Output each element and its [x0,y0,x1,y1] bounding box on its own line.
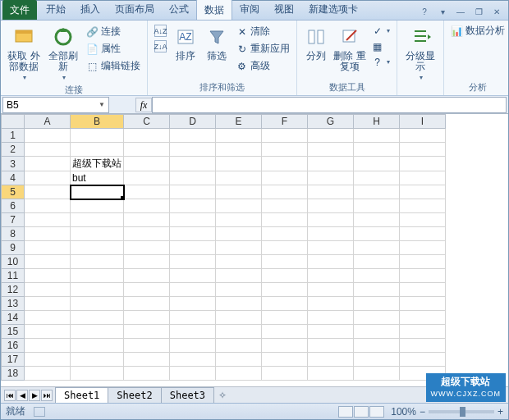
cell[interactable] [25,367,71,381]
row-header[interactable]: 14 [2,311,25,325]
cell[interactable] [124,353,170,367]
cell[interactable] [354,129,400,143]
cell[interactable] [170,269,216,283]
row-header[interactable]: 10 [2,255,25,269]
macro-record-icon[interactable] [34,407,45,417]
cell[interactable] [308,255,354,269]
row-header[interactable]: 7 [2,213,25,227]
col-header[interactable]: F [262,115,308,129]
cell[interactable] [71,213,124,227]
cell[interactable] [262,339,308,353]
row-header[interactable]: 9 [2,241,25,255]
cell[interactable] [262,199,308,213]
row-header[interactable]: 4 [2,171,25,185]
sort-asc-button[interactable]: A↓Z [153,24,168,38]
grid[interactable]: ABCDEFGHI123超级下载站4but5678910111213141516… [1,114,446,381]
col-header[interactable]: H [354,115,400,129]
col-header[interactable]: I [400,115,446,129]
cell[interactable] [400,353,446,367]
cell[interactable] [71,325,124,339]
restore-icon[interactable]: ❐ [472,7,485,18]
cell[interactable] [262,269,308,283]
edit-links-button[interactable]: ⬚编辑链接 [85,58,142,74]
cell[interactable] [170,367,216,381]
first-sheet-icon[interactable]: ⏮ [4,390,16,401]
cell[interactable] [25,227,71,241]
new-sheet-button[interactable]: ✧ [214,390,231,401]
cell[interactable] [354,171,400,185]
row-header[interactable]: 1 [2,129,25,143]
tab-新建选项卡[interactable]: 新建选项卡 [301,0,365,20]
cell[interactable] [124,143,170,157]
cell[interactable] [262,171,308,185]
row-header[interactable]: 15 [2,325,25,339]
chevron-down-icon[interactable]: ▼ [99,101,105,108]
cell[interactable] [308,297,354,311]
cell[interactable] [354,143,400,157]
cell[interactable] [71,143,124,157]
cell[interactable] [71,241,124,255]
cell[interactable] [71,199,124,213]
cell[interactable] [354,283,400,297]
cell[interactable] [354,297,400,311]
cell[interactable] [170,199,216,213]
cell[interactable] [124,213,170,227]
cell[interactable]: 超级下载站 [71,157,124,171]
cell[interactable] [308,199,354,213]
cell[interactable] [170,213,216,227]
remove-duplicates-button[interactable]: 删除 重复项 [333,23,366,72]
cell[interactable] [308,311,354,325]
cell[interactable] [308,157,354,171]
zoom-in-icon[interactable]: + [498,406,503,418]
cell[interactable] [400,129,446,143]
cell[interactable] [354,241,400,255]
cell[interactable] [354,213,400,227]
cell[interactable] [170,143,216,157]
col-header[interactable]: E [216,115,262,129]
cell[interactable] [124,339,170,353]
cell[interactable] [124,311,170,325]
cell[interactable] [216,199,262,213]
page-layout-view-icon[interactable] [354,406,369,418]
cell[interactable] [262,227,308,241]
cell[interactable] [308,339,354,353]
col-header[interactable]: C [124,115,170,129]
cell[interactable] [308,325,354,339]
cell[interactable] [170,171,216,185]
tab-开始[interactable]: 开始 [39,0,73,20]
cell[interactable] [71,297,124,311]
cell[interactable] [25,283,71,297]
cell[interactable] [354,227,400,241]
ribbon-minimize-icon[interactable]: ▾ [436,7,449,18]
cell[interactable] [25,255,71,269]
cell[interactable] [124,367,170,381]
cell[interactable] [400,185,446,199]
cell[interactable] [71,353,124,367]
cell[interactable] [71,283,124,297]
cell[interactable] [25,157,71,171]
cell[interactable] [400,213,446,227]
cell[interactable] [25,199,71,213]
row-header[interactable]: 17 [2,353,25,367]
cell[interactable] [25,339,71,353]
cell[interactable] [170,157,216,171]
cell[interactable] [170,311,216,325]
cell[interactable] [25,129,71,143]
get-external-data-button[interactable]: 获取 外部数据▾ [6,23,42,83]
cell[interactable] [400,241,446,255]
cell[interactable] [262,143,308,157]
consolidate-icon[interactable]: ▦ [369,39,392,53]
formula-input[interactable] [152,97,507,113]
cell[interactable] [170,283,216,297]
row-header[interactable]: 8 [2,227,25,241]
fx-button[interactable]: fx [135,98,152,112]
cell[interactable] [354,199,400,213]
select-all[interactable] [2,115,25,129]
row-header[interactable]: 18 [2,367,25,381]
cell[interactable] [71,269,124,283]
sheet-tab[interactable]: Sheet2 [108,387,161,403]
text-to-columns-button[interactable]: 分列 [302,23,330,62]
cell[interactable] [170,325,216,339]
cell[interactable] [262,311,308,325]
cell[interactable] [262,297,308,311]
